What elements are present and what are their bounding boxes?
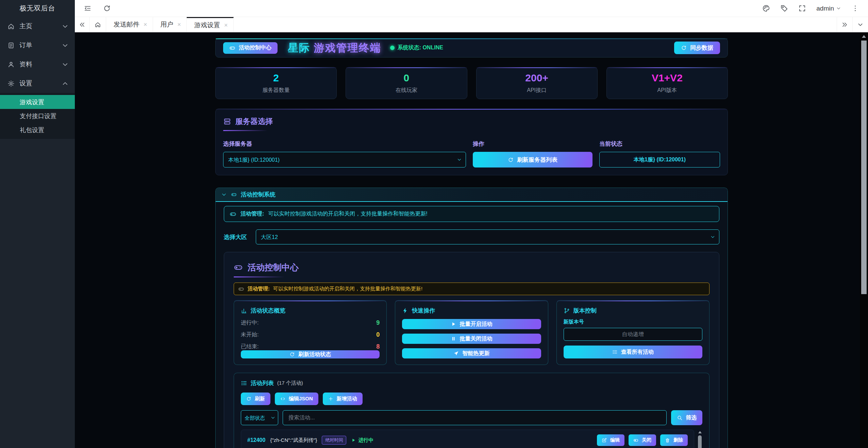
button-label: 刷新活动状态	[298, 351, 331, 358]
button-label: 编辑JSON	[289, 396, 313, 402]
list-icon	[612, 349, 618, 355]
user-menu[interactable]: admin	[816, 5, 841, 12]
kebab-menu-icon[interactable]	[851, 4, 859, 12]
scroll-up-arrow[interactable]	[698, 431, 702, 433]
gamepad-icon	[234, 263, 243, 272]
add-activity-button[interactable]: 新增活动	[323, 393, 363, 405]
stat-value: 200+	[525, 72, 548, 84]
server-select-label: 选择服务器	[223, 140, 466, 148]
card-accent-line	[557, 301, 709, 301]
sidebar-item-orders[interactable]: 订单	[0, 36, 75, 55]
code-icon	[280, 396, 285, 401]
control-center-title: 活动控制中心	[234, 262, 710, 273]
stat-label: API版本	[657, 87, 677, 94]
batch-close-activities-button[interactable]: 批量关闭活动	[402, 334, 541, 344]
server-select[interactable]: 本地1服} (ID:120001)	[223, 152, 466, 167]
sidebar-item-giftpack-settings[interactable]: 礼包设置	[0, 123, 75, 137]
tabs-scroll-right[interactable]	[837, 17, 852, 32]
tab-game-settings[interactable]: 游戏设置 ×	[187, 17, 234, 32]
search-activity-input[interactable]	[283, 410, 667, 425]
status-filter-select[interactable]: 全部状态	[241, 410, 278, 425]
card-title-text: 快速操作	[412, 307, 435, 315]
sidebar-item-profile[interactable]: 资料	[0, 55, 75, 74]
scrollbar-thumb[interactable]	[698, 435, 702, 448]
gamepad-icon	[230, 211, 236, 218]
tab-users[interactable]: 用户 ×	[153, 17, 187, 32]
status-text: 进行中	[358, 437, 373, 444]
stat-label: 在线玩家	[396, 87, 417, 94]
tabs-dropdown[interactable]	[852, 17, 868, 32]
button-label: 查看所有活动	[621, 349, 654, 356]
fullscreen-icon[interactable]	[798, 4, 806, 12]
tab-send-mail[interactable]: 发送邮件 ×	[106, 17, 153, 32]
filter-button[interactable]: 筛选	[671, 410, 702, 425]
section-title-text: 活动控制中心	[248, 262, 299, 273]
tag-icon[interactable]	[780, 4, 788, 12]
activity-system-header[interactable]: 活动控制系统	[216, 188, 728, 202]
edit-json-button[interactable]: 编辑JSON	[275, 393, 318, 405]
scroll-up-arrow[interactable]	[862, 35, 866, 38]
sidebar: 极无双后台 主页 订单 资料 设置 游戏	[0, 0, 75, 448]
username: admin	[816, 5, 834, 12]
alert-text: 可以实时控制游戏活动的开启和关闭，支持批量操作和智能热更新!	[268, 210, 427, 218]
title-underline	[223, 130, 267, 131]
card-accent-line	[234, 301, 386, 301]
delete-activity-button[interactable]: 删除	[660, 434, 688, 446]
version-card-title: 版本控制	[564, 307, 702, 315]
view-all-activities-button[interactable]: 查看所有活动	[564, 346, 702, 358]
search-icon	[677, 415, 683, 421]
sidebar-item-label: 订单	[19, 41, 57, 50]
list-scrollbar[interactable]	[697, 430, 702, 448]
close-activity-button[interactable]: 关闭	[629, 434, 656, 446]
sidebar-item-game-settings[interactable]: 游戏设置	[0, 95, 75, 109]
sidebar-item-label: 主页	[19, 22, 57, 31]
sidebar-item-settings[interactable]: 设置	[0, 74, 75, 93]
sidebar-item-label: 设置	[19, 79, 57, 88]
pause-icon	[451, 336, 456, 341]
new-version-label: 新版本号	[564, 319, 702, 325]
region-select[interactable]: 大区12	[256, 229, 719, 244]
close-icon[interactable]: ×	[224, 22, 228, 28]
activity-row: #12400 {"zh-CN":"武圣列传"} 绝对时间 进行中	[241, 430, 694, 448]
button-label: 智能热更新	[462, 350, 489, 357]
new-version-input[interactable]	[564, 328, 702, 341]
app-title: 极无双后台	[0, 0, 75, 17]
gear-icon	[7, 80, 15, 87]
button-label: 关闭	[642, 437, 651, 443]
status-value: 9	[376, 319, 380, 326]
gamepad-icon	[229, 45, 235, 51]
batch-open-activities-button[interactable]: 批量开启活动	[402, 319, 541, 329]
chevron-down-icon	[221, 192, 227, 197]
activity-name: {"zh-CN":"武圣列传"}	[270, 437, 317, 444]
server-select-panel: 服务器选择 选择服务器 本地1服} (ID:120001)	[215, 109, 728, 175]
sync-button-label: 同步数据	[690, 44, 713, 52]
theme-palette-icon[interactable]	[762, 4, 770, 12]
scrollbar-thumb[interactable]	[861, 41, 867, 294]
window-scrollbar[interactable]	[860, 32, 868, 448]
refresh-server-list-button[interactable]: 刷新服务器列表	[473, 152, 592, 167]
tab-label: 发送邮件	[114, 20, 139, 29]
refresh-activity-status-button[interactable]: 刷新活动状态	[241, 350, 380, 358]
tabs-scroll-left[interactable]	[75, 17, 90, 32]
refresh-page-icon[interactable]	[103, 4, 111, 12]
list-icon	[241, 380, 247, 386]
close-icon[interactable]: ×	[144, 21, 147, 28]
button-label: 刷新服务器列表	[517, 156, 557, 164]
stat-card-api: 200+ API接口	[476, 67, 598, 99]
stat-value: 2	[273, 72, 279, 84]
refresh-list-button[interactable]: 刷新	[241, 393, 270, 405]
sync-data-button[interactable]: 同步数据	[674, 42, 720, 54]
sidebar-item-payment-settings[interactable]: 支付接口设置	[0, 109, 75, 123]
stat-card-players: 0 在线玩家	[346, 67, 467, 99]
close-icon[interactable]: ×	[178, 21, 181, 28]
sidebar-item-home[interactable]: 主页	[0, 17, 75, 36]
activity-system-section: 活动控制系统 活动管理: 可以实时控制游戏活动的开启和关闭，支持批量操作和智能热…	[215, 188, 728, 448]
status-card-title: 活动状态概览	[241, 307, 380, 315]
collapse-header-label: 活动控制系统	[241, 191, 276, 198]
smart-hot-update-button[interactable]: 智能热更新	[402, 348, 541, 358]
activity-list-title: 活动列表 (17 个活动)	[241, 379, 702, 387]
tab-home[interactable]	[90, 17, 106, 32]
edit-activity-button[interactable]: 编辑	[597, 434, 624, 446]
sidebar-collapse-icon[interactable]	[84, 4, 91, 12]
action-label: 操作	[473, 140, 592, 148]
